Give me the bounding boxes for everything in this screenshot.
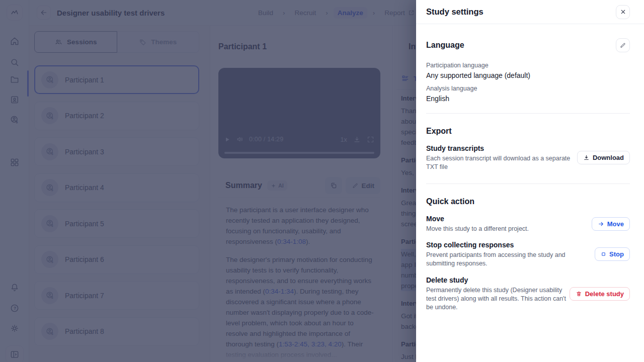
- quick-action-heading: Quick action: [426, 197, 630, 207]
- delete-study-desc: Permanently delete this study (Designer …: [426, 286, 570, 312]
- download-icon: [583, 154, 590, 161]
- participation-language-label: Participation language: [426, 61, 630, 69]
- study-settings-drawer: Study settings Language Participation la…: [416, 0, 644, 362]
- app-window: $ ? Designer usability test drivers Buil…: [0, 0, 644, 362]
- pencil-icon: [619, 42, 626, 49]
- export-heading: Export: [426, 126, 630, 136]
- drawer-title: Study settings: [426, 7, 484, 17]
- close-button[interactable]: [616, 5, 630, 19]
- close-icon: [620, 9, 626, 15]
- move-title: Move: [426, 214, 580, 224]
- download-button[interactable]: Download: [577, 151, 630, 164]
- stop-button[interactable]: Stop: [595, 247, 630, 261]
- stop-collecting-title: Stop collecting responses: [426, 240, 580, 250]
- stop-icon: [601, 251, 606, 257]
- divider: [426, 113, 630, 114]
- move-desc: Move this study to a different project.: [426, 225, 580, 233]
- edit-language-button[interactable]: [616, 38, 630, 52]
- study-transcripts-desc: Each session transcript will download as…: [426, 154, 577, 171]
- language-heading: Language: [426, 40, 464, 50]
- delete-study-title: Delete study: [426, 276, 570, 285]
- move-button[interactable]: Move: [592, 217, 630, 231]
- analysis-language-value: English: [426, 94, 630, 103]
- study-transcripts-title: Study transcripts: [426, 144, 577, 153]
- delete-study-button[interactable]: Delete study: [570, 287, 630, 301]
- participation-language-value: Any supported language (default): [426, 71, 630, 80]
- analysis-language-label: Analysis language: [426, 84, 630, 93]
- trash-icon: [576, 291, 582, 297]
- stop-collecting-desc: Prevent participants from accessing the …: [426, 251, 580, 268]
- arrow-right-icon: [598, 221, 604, 227]
- divider: [426, 184, 630, 184]
